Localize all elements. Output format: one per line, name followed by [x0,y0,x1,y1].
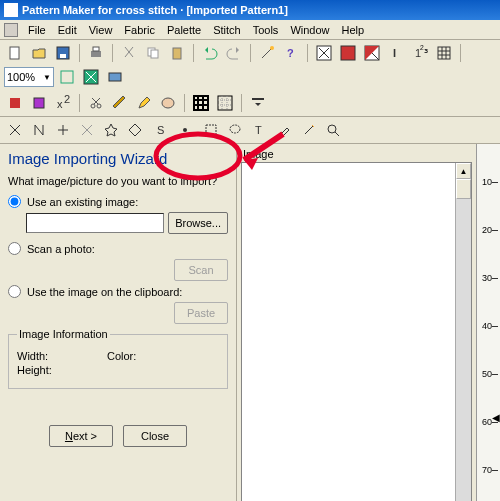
ruler-marker-icon: ◀ [492,412,500,423]
menu-stitch[interactable]: Stitch [207,22,247,38]
menubar: File Edit View Fabric Palette Stitch Too… [0,20,500,40]
open-icon[interactable] [28,42,50,64]
browse-button[interactable]: Browse... [168,212,228,234]
menu-file[interactable]: File [22,22,52,38]
diag-icon[interactable] [76,119,98,141]
text-icon[interactable]: I [385,42,407,64]
help-icon[interactable]: ? [280,42,302,64]
menu-view[interactable]: View [83,22,119,38]
svg-text:?: ? [287,47,294,59]
svg-text:T: T [255,124,262,136]
svg-point-24 [91,104,95,108]
svg-text:S: S [157,124,164,136]
wizard-icon[interactable] [256,42,278,64]
svg-rect-17 [61,71,73,83]
text-tool-icon[interactable]: T [248,119,270,141]
zoom-select[interactable]: 100%▼ [4,67,54,87]
ortho-icon[interactable] [52,119,74,141]
pencil-icon[interactable] [133,92,155,114]
grid-icon[interactable] [433,42,455,64]
svg-point-26 [162,98,174,108]
svg-rect-0 [10,47,19,59]
radio-existing[interactable] [8,195,21,208]
paste-button[interactable]: Paste [174,302,228,324]
close-button[interactable]: Close [123,425,187,447]
svg-rect-4 [93,47,99,51]
color-block-icon[interactable] [337,42,359,64]
preview-icon[interactable] [104,66,126,88]
info-width: Width: [17,350,77,362]
radio-clipboard[interactable] [8,285,21,298]
undo-icon[interactable] [199,42,221,64]
paste-icon[interactable] [166,42,188,64]
save-icon[interactable] [52,42,74,64]
menu-edit[interactable]: Edit [52,22,83,38]
brush-icon[interactable] [109,92,131,114]
menu-fabric[interactable]: Fabric [118,22,161,38]
lasso-icon[interactable] [224,119,246,141]
print-icon[interactable] [85,42,107,64]
copy-icon[interactable] [142,42,164,64]
menu-palette[interactable]: Palette [161,22,207,38]
svg-point-25 [97,104,101,108]
ruler-mark: 20 [482,225,492,235]
palette-icon[interactable] [157,92,179,114]
select-x-icon[interactable] [4,119,26,141]
image-canvas [242,163,455,501]
menu-help[interactable]: Help [336,22,371,38]
cut-icon[interactable] [118,42,140,64]
svg-point-33 [230,125,240,133]
text2-icon[interactable]: 1²₃ [409,42,431,64]
window-title: Pattern Maker for cross stitch · [Import… [22,4,288,16]
symbol-x-icon[interactable] [313,42,335,64]
star-icon[interactable] [100,119,122,141]
svg-rect-6 [151,50,158,58]
scissors-icon[interactable] [85,92,107,114]
redo-icon[interactable] [223,42,245,64]
grid-large-icon[interactable] [190,92,212,114]
svg-point-31 [183,128,187,132]
wand-icon[interactable] [298,119,320,141]
titlebar: Pattern Maker for cross stitch · [Import… [0,0,500,20]
svg-point-35 [328,125,336,133]
svg-rect-32 [206,125,216,135]
preview-panel: Image ▲ ▼ [237,144,476,501]
wizard-title: Image Importing Wizard [8,150,228,167]
next-button[interactable]: Next > [49,425,113,447]
grid-dotted-icon[interactable] [214,92,236,114]
scroll-up-icon[interactable]: ▲ [456,163,471,179]
radio-scan[interactable] [8,242,21,255]
preview-scrollbar[interactable]: ▲ ▼ [455,163,471,501]
color1-icon[interactable] [4,92,26,114]
superscript-icon[interactable]: x2 [52,92,74,114]
image-info-fieldset: Image Information Width: Color: Height: [8,328,228,389]
s-tool-icon[interactable]: S [150,119,172,141]
fullscreen-icon[interactable] [80,66,102,88]
fit-icon[interactable] [56,66,78,88]
new-icon[interactable] [4,42,26,64]
menu-tools[interactable]: Tools [247,22,285,38]
scan-button[interactable]: Scan [174,259,228,281]
select-n-icon[interactable] [28,119,50,141]
label-scan: Scan a photo: [27,243,95,255]
menu-window[interactable]: Window [284,22,335,38]
image-preview-area: ▲ ▼ [241,162,472,501]
diamond-icon[interactable] [124,119,146,141]
filepath-input[interactable] [26,213,164,233]
ruler-mark: 50 [482,369,492,379]
eyedrop-icon[interactable] [274,119,296,141]
svg-rect-21 [34,98,44,108]
rect-select-icon[interactable] [200,119,222,141]
svg-rect-16 [438,47,450,59]
dropdown-icon[interactable] [247,92,269,114]
label-clipboard: Use the image on the clipboard: [27,286,182,298]
scroll-thumb[interactable] [456,179,471,199]
color2-icon[interactable] [28,92,50,114]
svg-rect-11 [341,46,355,60]
ruler-mark: 10 [482,177,492,187]
dot-icon[interactable] [174,119,196,141]
split-block-icon[interactable] [361,42,383,64]
toolbar-main: ? I 1²₃ 100%▼ x2 [0,40,500,117]
ruler-mark: 40 [482,321,492,331]
zoom-tool-icon[interactable] [322,119,344,141]
